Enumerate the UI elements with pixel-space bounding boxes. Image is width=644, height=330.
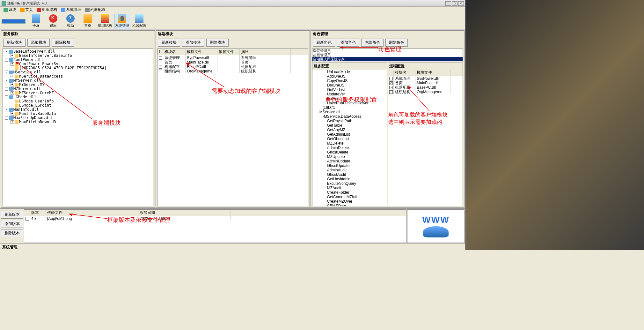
panel-button[interactable]: 刷新版本 (1, 211, 23, 219)
expander-icon[interactable]: - (5, 50, 8, 53)
perm-node[interactable]: HaveRunFunctionPower (312, 101, 387, 105)
expander-icon[interactable]: - (5, 95, 8, 99)
grid-row[interactable]: ✓首页MainFace.dll (388, 80, 463, 85)
expander-icon[interactable]: + (11, 75, 14, 78)
toolbar-button[interactable]: 系统管理 (114, 14, 130, 29)
role-list[interactable]: 医院管理员超级管理员自治区人民医院专家 (312, 49, 463, 62)
checkbox[interactable] (159, 65, 162, 69)
perm-node[interactable]: -MService.DataAccess (312, 114, 387, 119)
service-modules-tree[interactable]: -BaseInfoServer.dll+BaseInfoServer.BaseI… (3, 49, 153, 206)
expander-icon[interactable]: - (5, 87, 8, 91)
perm-node[interactable]: GetPhysicPath (312, 119, 387, 123)
remote-modules-grid[interactable]: I模块名模块文件依赖文件描述 系统管理SysPower.dll系统管理首页Mai… (157, 49, 308, 206)
grid-row[interactable]: 首页MainFace.dll首页 (157, 60, 308, 64)
perm-node[interactable]: -MService.dll (312, 110, 387, 114)
perm-node[interactable]: GetHashtable (312, 177, 387, 181)
expander-icon[interactable]: + (11, 91, 14, 95)
perm-node[interactable]: GetTable (312, 123, 387, 128)
checkbox[interactable] (159, 61, 162, 64)
expander-icon[interactable]: - (5, 108, 8, 111)
checkbox[interactable]: ✓ (389, 86, 393, 89)
menu-item[interactable]: 首页 (18, 6, 35, 13)
perm-node[interactable]: AdminUpdate (312, 159, 387, 163)
perm-node[interactable]: GetAdminList (312, 132, 387, 137)
perm-node[interactable]: GetComeInMZInfo (312, 195, 387, 199)
panel-button[interactable]: 添加模块 (182, 39, 204, 47)
panel-button[interactable]: 删除模块 (52, 39, 74, 47)
perm-node[interactable]: CEMZOver (312, 204, 387, 206)
perm-node[interactable]: GhostUpdate (312, 163, 387, 168)
checkbox[interactable] (389, 77, 393, 80)
perm-node[interactable]: GhostDelete (312, 150, 387, 154)
toolbar-button[interactable]: 机器配置 (131, 14, 147, 29)
checkbox[interactable] (26, 217, 29, 221)
grid-row[interactable]: 机器配置BasePC.dll机器配置 (157, 64, 308, 69)
role-item[interactable]: 医院管理员 (312, 49, 463, 53)
grid-row[interactable]: 4.3[App]\ok\1.png2022/2/6 17:53:22 (24, 216, 406, 221)
perm-node[interactable]: DelOneJS (312, 83, 387, 87)
toolbar-button[interactable]: 帮助 (62, 14, 78, 29)
close-button[interactable]: ✕ (458, 1, 464, 6)
expander-icon[interactable]: - (5, 116, 8, 120)
expander-icon[interactable]: - (5, 79, 8, 82)
perm-node[interactable]: GetGhostList (312, 137, 387, 141)
remote-config-grid[interactable]: 模块名模块文件 系统管理SysPower.dll✓首页MainFace.dll✓… (388, 70, 463, 206)
perm-node[interactable]: ExcuteNonQuery (312, 181, 387, 186)
panel-button[interactable]: 删除版本 (1, 229, 23, 237)
grid-row[interactable]: 系统管理SysPower.dll系统管理 (157, 55, 308, 60)
expander-icon[interactable]: - (5, 71, 8, 74)
panel-button[interactable]: 添加版本 (1, 220, 23, 228)
panel-button[interactable]: 刷新模块 (3, 39, 26, 47)
expander-icon[interactable]: - (5, 58, 8, 62)
perm-node[interactable]: GhostAudit (312, 172, 387, 177)
maximize-button[interactable]: □ (452, 1, 457, 6)
perm-node[interactable]: UpdateVer (312, 92, 387, 96)
perm-node[interactable]: CopyOneJS (312, 79, 387, 83)
expander-icon[interactable]: + (11, 83, 14, 86)
perm-node[interactable]: MZAudit (312, 186, 387, 190)
panel-button[interactable]: 刷新角色 (313, 39, 335, 47)
panel-button[interactable]: 克隆角色 (361, 39, 384, 47)
panel-button[interactable]: 添加角色 (337, 39, 359, 47)
panel-button[interactable]: 删除角色 (385, 39, 408, 47)
panel-button[interactable]: 刷新模块 (158, 39, 180, 47)
version-grid[interactable]: 版本依赖文件添加日期 4.3[App]\ok\1.png2022/2/6 17:… (24, 209, 406, 243)
perm-node[interactable]: AdminAudit (312, 168, 387, 172)
tree-node[interactable]: +MaxFileUpDown.UD (4, 120, 152, 124)
menu-item[interactable]: 组织结构 (35, 6, 59, 13)
menu-item[interactable]: 机器配置 (83, 6, 107, 13)
expander-icon[interactable]: + (11, 112, 14, 116)
service-config-tree[interactable]: UnLoadModeAddOneJSCopyOneJSDelOneJSGetVe… (312, 70, 387, 206)
toolbar-button[interactable]: 组织结构 (97, 14, 113, 29)
toolbar-button[interactable]: 首页 (80, 14, 96, 29)
minimize-button[interactable]: _ (445, 1, 451, 6)
perm-node[interactable]: AddOneJS (312, 74, 387, 79)
checkbox[interactable] (159, 56, 162, 60)
menu-item[interactable]: 系统 (2, 6, 18, 13)
checkbox[interactable] (159, 70, 162, 73)
checkbox[interactable] (389, 90, 393, 94)
perm-node[interactable]: CreateFolder (312, 190, 387, 195)
expander-icon[interactable]: + (11, 54, 14, 57)
perm-node[interactable]: MZDelete (312, 141, 387, 146)
role-item[interactable]: 超级管理员 (312, 53, 463, 57)
expander-icon[interactable]: + (11, 62, 14, 66)
perm-node[interactable]: MZUpdate (312, 154, 387, 159)
checkbox[interactable]: ✓ (389, 81, 393, 85)
perm-node[interactable]: GetVerList (312, 87, 387, 92)
perm-node[interactable]: GetAnyMZ (312, 128, 387, 132)
toolbar-button[interactable]: 退出 (45, 14, 61, 29)
grid-row[interactable]: 组织结构OrgManageme.. (388, 89, 463, 94)
panel-button[interactable]: 添加模块 (27, 39, 50, 47)
perm-node[interactable]: CreateMZOver (312, 199, 387, 204)
role-item[interactable]: 自治区人民医院专家 (312, 57, 463, 61)
perm-node[interactable]: DelVer (312, 96, 387, 101)
grid-row[interactable]: 组织结构OrgManageme..组织结构 (157, 69, 308, 73)
grid-row[interactable]: ✓机器配置BasePC.dll (388, 85, 463, 89)
menu-item[interactable]: 系统管理 (59, 6, 83, 13)
grid-row[interactable]: 系统管理SysPower.dll (388, 76, 463, 80)
perm-node[interactable]: AdminDelete (312, 146, 387, 150)
toolbar-button[interactable]: 全屏 (28, 14, 44, 29)
perm-node[interactable]: {16D71 (312, 105, 387, 110)
expander-icon[interactable]: + (11, 120, 14, 124)
